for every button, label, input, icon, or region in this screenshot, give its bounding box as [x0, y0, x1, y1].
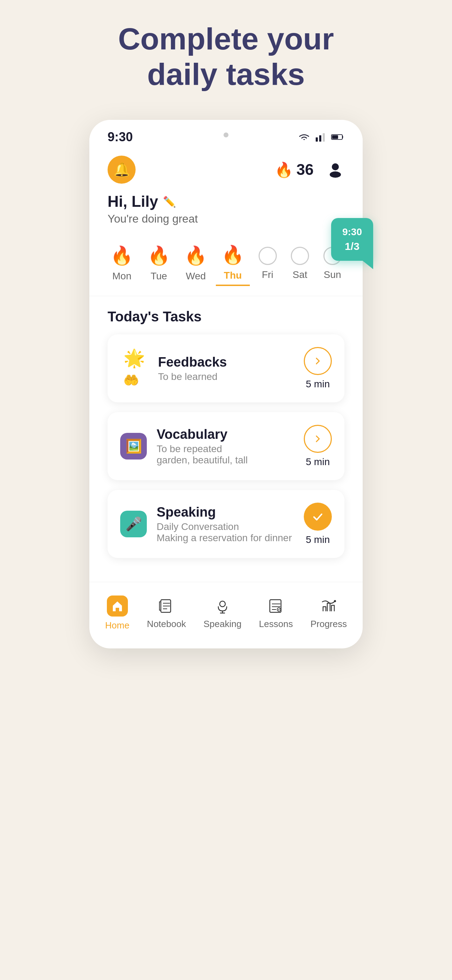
nav-label-home: Home [105, 620, 129, 631]
nav-item-lessons[interactable]: Lessons [252, 593, 300, 633]
svg-rect-1 [319, 135, 321, 142]
task-duration-feedbacks: 5 min [306, 379, 330, 390]
task-info-speaking: Speaking Daily Conversation Making a res… [157, 505, 292, 544]
wifi-icon [298, 132, 311, 142]
task-name-vocabulary: Vocabulary [157, 427, 248, 442]
nav-item-progress[interactable]: Progress [304, 593, 354, 633]
signal-icon [314, 132, 328, 142]
tasks-section: Today's Tasks 🌟🤲 Feedbacks To be learned [89, 296, 363, 575]
lessons-icon [267, 597, 285, 615]
day-name-sun: Sun [324, 269, 341, 280]
day-flame-mon: 🔥 [110, 245, 133, 266]
speaking-nav-icon [213, 597, 232, 615]
phone-screen: 9:30 [89, 120, 363, 648]
day-name-sat: Sat [293, 269, 307, 280]
status-icons [298, 132, 344, 142]
hero-title-line1: Complete your [118, 21, 334, 56]
task-right-speaking: 5 min [304, 503, 332, 546]
profile-icon[interactable] [326, 161, 344, 179]
feedback-emoji-icon: 🌟🤲 [123, 348, 145, 389]
nav-item-speaking[interactable]: Speaking [197, 593, 248, 633]
nav-item-home[interactable]: Home [98, 592, 136, 635]
speaking-emoji-icon: 🎤 [126, 516, 142, 532]
svg-rect-4 [332, 135, 338, 139]
progress-icon [320, 597, 338, 615]
logo-circle[interactable]: 🔔 [108, 156, 135, 184]
greeting-section: Hi, Lily ✏️ You're doing great [89, 189, 363, 234]
camera-dot [224, 132, 228, 137]
floating-card: 9:30 1/3 [331, 218, 373, 261]
task-desc2-vocabulary: garden, beautiful, tall [157, 455, 248, 466]
nav-label-progress: Progress [310, 619, 347, 630]
streak-container: 🔥 36 [275, 161, 314, 178]
status-bar: 9:30 [89, 120, 363, 149]
day-flame-tue: 🔥 [148, 245, 170, 266]
day-item-sat[interactable]: Sat [285, 243, 315, 284]
app-header: 🔔 🔥 36 [89, 149, 363, 189]
task-left-feedbacks: 🌟🤲 Feedbacks To be learned [120, 354, 227, 382]
task-completed-button-speaking[interactable] [304, 503, 332, 531]
edit-icon[interactable]: ✏️ [163, 196, 176, 208]
task-card-vocabulary[interactable]: 🖼️ Vocabulary To be repeated garden, bea… [108, 412, 344, 480]
task-name-speaking: Speaking [157, 505, 292, 520]
task-right-vocabulary: 5 min [304, 425, 332, 468]
task-right-feedbacks: 5 min [304, 347, 332, 390]
day-item-tue[interactable]: 🔥 Tue [142, 242, 176, 285]
floating-time: 9:30 [342, 226, 362, 238]
day-circle-sat [291, 247, 309, 265]
nav-label-lessons: Lessons [259, 619, 293, 630]
header-right: 🔥 36 [275, 161, 344, 179]
task-go-button-vocabulary[interactable] [304, 425, 332, 453]
streak-count: 36 [296, 161, 314, 178]
task-card-speaking[interactable]: 🎤 Speaking Daily Conversation Making a r… [108, 490, 344, 558]
home-icon [107, 595, 128, 617]
task-name-feedbacks: Feedbacks [158, 355, 227, 370]
day-name-fri: Fri [262, 269, 273, 280]
floating-progress: 1/3 [345, 240, 360, 252]
task-icon-vocabulary: 🖼️ [120, 433, 147, 460]
battery-icon [331, 132, 344, 142]
logo-icon: 🔔 [113, 162, 130, 177]
task-go-button-feedbacks[interactable] [304, 347, 332, 375]
svg-point-19 [334, 600, 336, 602]
day-name-mon: Mon [113, 270, 131, 282]
task-icon-feedbacks: 🌟🤲 [120, 354, 148, 382]
day-item-mon[interactable]: 🔥 Mon [105, 242, 139, 285]
status-time: 9:30 [108, 130, 133, 145]
hero-title: Complete your daily tasks [118, 21, 334, 92]
notebook-icon [157, 597, 175, 615]
greeting-subtitle: You're doing great [108, 212, 344, 225]
greeting-name: Hi, Lily ✏️ [108, 193, 344, 210]
task-duration-speaking: 5 min [306, 534, 330, 546]
task-info-feedbacks: Feedbacks To be learned [158, 355, 227, 382]
days-row: 🔥 Mon 🔥 Tue 🔥 Wed 🔥 Thu [103, 241, 349, 286]
day-item-wed[interactable]: 🔥 Wed [179, 242, 213, 285]
task-desc2-speaking: Making a reservation for dinner [157, 532, 292, 544]
day-item-fri[interactable]: Fri [253, 243, 282, 284]
task-icon-speaking: 🎤 [120, 511, 147, 537]
day-flame-thu: 🔥 [221, 244, 244, 266]
day-name-thu: Thu [224, 270, 242, 281]
day-item-thu[interactable]: 🔥 Thu [216, 241, 250, 286]
nav-label-speaking: Speaking [204, 619, 242, 630]
svg-point-6 [330, 172, 341, 178]
svg-point-5 [332, 163, 339, 170]
days-section: 🔥 Mon 🔥 Tue 🔥 Wed 🔥 Thu [89, 234, 363, 296]
task-card-feedbacks[interactable]: 🌟🤲 Feedbacks To be learned 5 min [108, 334, 344, 402]
task-desc-feedbacks: To be learned [158, 371, 227, 382]
task-desc-speaking: Daily Conversation [157, 521, 292, 532]
tasks-title: Today's Tasks [108, 309, 344, 325]
nav-label-notebook: Notebook [147, 619, 186, 630]
day-circle-fri [259, 247, 277, 265]
bottom-nav: Home Notebook [89, 582, 363, 648]
greeting-name-text: Hi, Lily [108, 193, 158, 210]
svg-rect-0 [316, 137, 318, 142]
task-left-vocabulary: 🖼️ Vocabulary To be repeated garden, bea… [120, 427, 248, 466]
vocab-emoji-icon: 🖼️ [126, 439, 142, 454]
day-name-wed: Wed [186, 270, 206, 282]
phone-mockup: 9:30 1/3 9:30 [89, 120, 363, 648]
task-desc-vocabulary: To be repeated [157, 443, 248, 455]
nav-item-notebook[interactable]: Notebook [140, 593, 193, 633]
task-left-speaking: 🎤 Speaking Daily Conversation Making a r… [120, 505, 292, 544]
svg-rect-2 [323, 133, 325, 142]
